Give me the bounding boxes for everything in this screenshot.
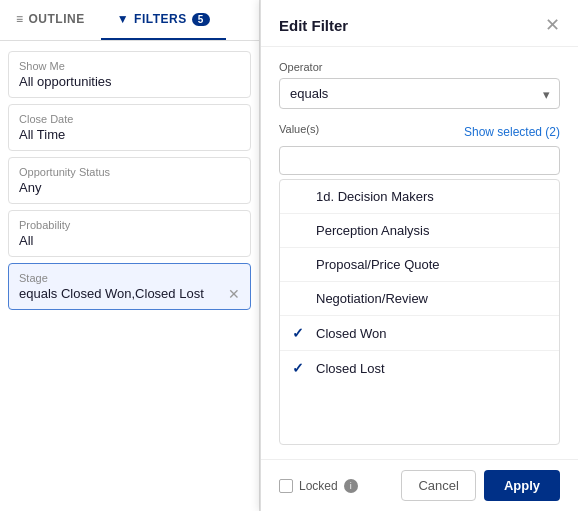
apply-button[interactable]: Apply bbox=[484, 470, 560, 501]
modal-header: Edit Filter ✕ bbox=[261, 0, 578, 47]
locked-section: Locked i bbox=[279, 479, 358, 493]
filter-stage-value: equals Closed Won,Closed Lost bbox=[19, 286, 204, 301]
list-item-label: 1d. Decision Makers bbox=[316, 189, 434, 204]
tab-filters-label: FILTERS bbox=[134, 12, 187, 26]
tab-outline[interactable]: ≡ OUTLINE bbox=[0, 0, 101, 40]
filter-opportunity-status[interactable]: Opportunity Status Any bbox=[8, 157, 251, 204]
list-item-closed-lost[interactable]: ✓ Closed Lost bbox=[280, 351, 559, 385]
list-item-closed-won[interactable]: ✓ Closed Won bbox=[280, 316, 559, 351]
filter-stage-label: Stage bbox=[19, 272, 240, 284]
filter-probability[interactable]: Probability All bbox=[8, 210, 251, 257]
values-search-input[interactable] bbox=[279, 146, 560, 175]
values-header: Value(s) Show selected (2) bbox=[279, 123, 560, 140]
filter-probability-value: All bbox=[19, 233, 240, 248]
list-item-proposal-price-quote[interactable]: Proposal/Price Quote bbox=[280, 248, 559, 282]
locked-checkbox[interactable] bbox=[279, 479, 293, 493]
filter-show-me-label: Show Me bbox=[19, 60, 240, 72]
footer-buttons: Cancel Apply bbox=[401, 470, 560, 501]
filter-icon: ▼ bbox=[117, 12, 129, 26]
list-item-decision-makers[interactable]: 1d. Decision Makers bbox=[280, 180, 559, 214]
list-item-label: Closed Lost bbox=[316, 361, 385, 376]
tab-filters[interactable]: ▼ FILTERS 5 bbox=[101, 0, 226, 40]
list-item-label: Perception Analysis bbox=[316, 223, 429, 238]
filter-probability-label: Probability bbox=[19, 219, 240, 231]
edit-filter-panel: Edit Filter ✕ Operator equals ▾ Value(s)… bbox=[260, 0, 578, 511]
outline-icon: ≡ bbox=[16, 12, 24, 26]
list-item-label: Proposal/Price Quote bbox=[316, 257, 440, 272]
filter-show-me[interactable]: Show Me All opportunities bbox=[8, 51, 251, 98]
filter-close-date-value: All Time bbox=[19, 127, 240, 142]
filter-close-date-label: Close Date bbox=[19, 113, 240, 125]
filters-badge: 5 bbox=[192, 13, 210, 26]
modal-body: Operator equals ▾ Value(s) Show selected… bbox=[261, 47, 578, 459]
check-closed-lost-icon: ✓ bbox=[292, 360, 308, 376]
remove-stage-button[interactable]: ✕ bbox=[228, 287, 240, 301]
filters-list: Show Me All opportunities Close Date All… bbox=[0, 41, 259, 322]
filter-stage[interactable]: Stage equals Closed Won,Closed Lost ✕ bbox=[8, 263, 251, 310]
close-button[interactable]: ✕ bbox=[545, 16, 560, 34]
filter-opportunity-status-label: Opportunity Status bbox=[19, 166, 240, 178]
operator-select-wrapper: equals ▾ bbox=[279, 78, 560, 109]
list-item-label: Negotiation/Review bbox=[316, 291, 428, 306]
values-label: Value(s) bbox=[279, 123, 319, 135]
cancel-button[interactable]: Cancel bbox=[401, 470, 475, 501]
dropdown-list: 1d. Decision Makers Perception Analysis … bbox=[279, 179, 560, 445]
filter-show-me-value: All opportunities bbox=[19, 74, 240, 89]
list-item-negotiation-review[interactable]: Negotiation/Review bbox=[280, 282, 559, 316]
left-panel: ≡ OUTLINE ▼ FILTERS 5 Show Me All opport… bbox=[0, 0, 260, 511]
filter-close-date[interactable]: Close Date All Time bbox=[8, 104, 251, 151]
show-selected-link[interactable]: Show selected (2) bbox=[464, 125, 560, 139]
check-closed-won-icon: ✓ bbox=[292, 325, 308, 341]
modal-title: Edit Filter bbox=[279, 17, 348, 34]
modal-footer: Locked i Cancel Apply bbox=[261, 459, 578, 511]
operator-label: Operator bbox=[279, 61, 560, 73]
locked-label: Locked bbox=[299, 479, 338, 493]
tabs-bar: ≡ OUTLINE ▼ FILTERS 5 bbox=[0, 0, 259, 41]
filter-opportunity-status-value: Any bbox=[19, 180, 240, 195]
filter-stage-row: equals Closed Won,Closed Lost ✕ bbox=[19, 286, 240, 301]
operator-select[interactable]: equals bbox=[279, 78, 560, 109]
tab-outline-label: OUTLINE bbox=[29, 12, 85, 26]
list-item-perception-analysis[interactable]: Perception Analysis bbox=[280, 214, 559, 248]
list-item-label: Closed Won bbox=[316, 326, 387, 341]
locked-info-icon: i bbox=[344, 479, 358, 493]
